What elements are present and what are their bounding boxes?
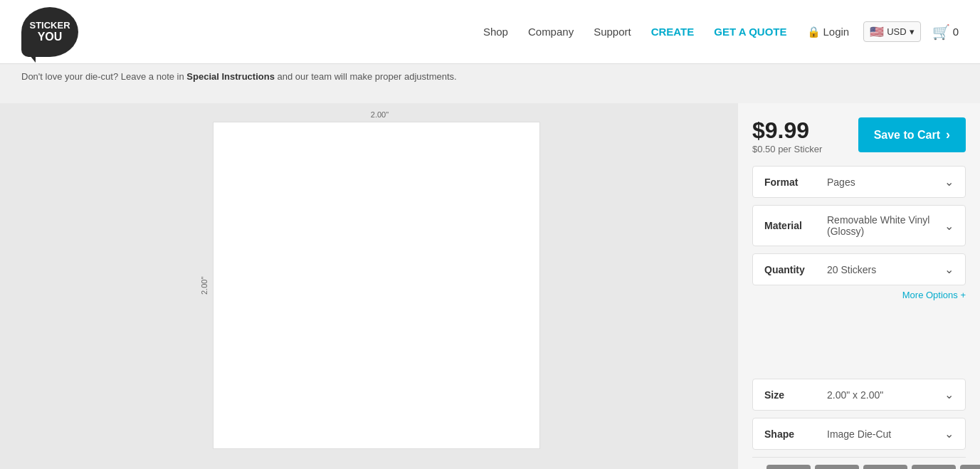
price-block: $9.99 $0.50 per Sticker <box>752 117 822 154</box>
main-nav: Shop Company Support CREATE GET A QUOTE … <box>483 26 849 38</box>
format-option[interactable]: Format Pages ⌄ <box>752 166 966 198</box>
shape-value: Image Die-Cut <box>821 428 944 440</box>
quantity-label: Quantity <box>764 264 821 275</box>
format-value: Pages <box>821 176 944 188</box>
cart-count: 0 <box>953 26 959 38</box>
material-value: Removable White Vinyl (Glossy) <box>821 214 944 237</box>
nav-login-label: Login <box>823 26 850 38</box>
upload-button[interactable]: ⬆ Upload <box>766 465 811 469</box>
quantity-chevron-icon: ⌄ <box>944 263 954 276</box>
size-chevron-icon: ⌄ <box>944 388 954 401</box>
currency-label: USD <box>887 26 906 37</box>
size-label: Size <box>764 389 821 401</box>
notice-special: Special Instructions <box>186 71 275 82</box>
notice-text3: and our team will make proper adjustment… <box>278 71 457 82</box>
price-sub: $0.50 per Sticker <box>752 144 822 154</box>
shape-option[interactable]: Shape Image Die-Cut ⌄ <box>752 418 966 450</box>
flag-icon: 🇺🇸 <box>870 25 884 38</box>
nav-company[interactable]: Company <box>528 26 574 38</box>
sticker-canvas[interactable] <box>213 122 540 449</box>
more-options-link[interactable]: More Options + <box>752 290 966 300</box>
notice-bar: Don't love your die-cut? Leave a note in… <box>0 64 980 89</box>
save-btn-label: Save to Cart <box>874 129 940 142</box>
add-text-button[interactable]: A Add Text <box>863 465 907 469</box>
nav-create[interactable]: CREATE <box>651 26 695 38</box>
dimension-top: 2.00" <box>371 110 389 119</box>
size-shape-section: Size 2.00" x 2.00" ⌄ Shape Image Die-Cut… <box>752 379 966 450</box>
nav-login[interactable]: 🔒 Login <box>807 26 850 38</box>
shape-label: Shape <box>764 428 821 440</box>
format-label: Format <box>764 176 821 188</box>
canvas-area: 2.00" 2.00" <box>0 103 738 469</box>
nav-shop[interactable]: Shop <box>483 26 508 38</box>
main-content: 2.00" 2.00" $9.99 $0.50 per Sticker Save… <box>0 89 980 469</box>
quantity-option[interactable]: Quantity 20 Stickers ⌄ <box>752 253 966 285</box>
canvas-button[interactable]: ✦ Canvas <box>912 465 956 469</box>
notice-text1: Don't love your die-cut? <box>21 71 118 82</box>
save-to-cart-button[interactable]: Save to Cart › <box>858 117 966 152</box>
cart-icon: 🛒 <box>932 23 950 41</box>
nav-quote[interactable]: GET A QUOTE <box>714 26 786 38</box>
add-art-button[interactable]: 🖼 Add Art <box>815 465 859 469</box>
quantity-value: 20 Stickers <box>821 264 944 275</box>
bottom-toolbar: ⬆ Upload 🖼 Add Art A Add Text ✦ Canvas ◱… <box>752 457 966 469</box>
cart-button[interactable]: 🛒 0 <box>932 23 959 41</box>
material-chevron-icon: ⌄ <box>944 219 954 233</box>
currency-selector[interactable]: 🇺🇸 USD ▾ <box>863 21 920 42</box>
header: STICKER YOU Shop Company Support CREATE … <box>0 0 980 64</box>
save-btn-chevron-icon: › <box>946 127 950 142</box>
material-label: Material <box>764 220 821 231</box>
size-value: 2.00" x 2.00" <box>821 389 944 401</box>
more-options-label: More Options + <box>902 290 966 300</box>
logo-line1: STICKER <box>29 21 70 31</box>
format-chevron-icon: ⌄ <box>944 175 954 189</box>
logo-wrap[interactable]: STICKER YOU <box>21 7 78 57</box>
logo[interactable]: STICKER YOU <box>21 7 78 57</box>
price-row: $9.99 $0.50 per Sticker Save to Cart › <box>752 117 966 154</box>
lock-icon: 🔒 <box>807 26 821 38</box>
logo-line2: YOU <box>38 31 63 43</box>
notice-text2: Leave a note in <box>121 71 187 82</box>
material-option[interactable]: Material Removable White Vinyl (Glossy) … <box>752 205 966 246</box>
price-main: $9.99 <box>752 117 822 144</box>
right-panel: $9.99 $0.50 per Sticker Save to Cart › F… <box>738 103 980 469</box>
nav-support[interactable]: Support <box>594 26 631 38</box>
canvas-row: 2.00" <box>199 122 540 449</box>
shape-chevron-icon: ⌄ <box>944 427 954 441</box>
border-button[interactable]: ◱ Border <box>960 465 980 469</box>
currency-chevron-icon: ▾ <box>910 26 915 37</box>
size-option[interactable]: Size 2.00" x 2.00" ⌄ <box>752 379 966 411</box>
dimension-left: 2.00" <box>199 122 210 449</box>
